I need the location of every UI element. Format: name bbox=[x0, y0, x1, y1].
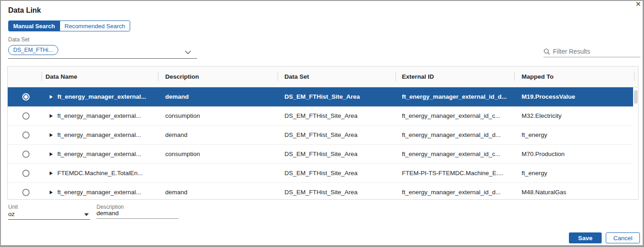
table-row[interactable]: ft_energy_manager_external... consumptio… bbox=[8, 145, 633, 164]
cell-data-set: DS_EM_FTHist_Site_Area bbox=[284, 170, 398, 176]
row-radio-button[interactable] bbox=[22, 170, 30, 177]
description-input[interactable] bbox=[96, 210, 178, 219]
cell-mapped-to: M48.NaturalGas bbox=[522, 189, 631, 196]
column-divider bbox=[514, 72, 515, 81]
unit-value[interactable]: oz bbox=[8, 211, 15, 217]
table-row[interactable]: ft_energy_manager_external... demand DS_… bbox=[8, 183, 633, 199]
column-divider bbox=[41, 72, 42, 81]
column-divider bbox=[158, 72, 158, 81]
filter-results-field[interactable] bbox=[543, 46, 640, 57]
cell-description: demand bbox=[165, 189, 277, 196]
cell-description: demand bbox=[165, 131, 277, 138]
column-header-data-set: Data Set bbox=[284, 73, 309, 80]
expand-arrow-icon[interactable] bbox=[50, 95, 53, 99]
cell-mapped-to: ft_energy bbox=[522, 170, 631, 176]
row-radio-button[interactable] bbox=[22, 112, 30, 120]
data-set-label: Data Set bbox=[8, 36, 30, 43]
cancel-button[interactable]: Cancel bbox=[606, 232, 640, 243]
chevron-down-icon[interactable] bbox=[185, 48, 191, 56]
table-row[interactable]: ft_energy_manager_external... consumptio… bbox=[8, 106, 633, 126]
column-header-mapped-to: Mapped To bbox=[522, 73, 553, 80]
cell-external-id: ft_energy_manager_external_id_d... bbox=[402, 93, 519, 100]
cell-data-name: ft_energy_manager_external... bbox=[57, 151, 157, 157]
table-row[interactable]: ft_energy_manager_external... demand DS_… bbox=[8, 126, 633, 145]
tab-manual-search[interactable]: Manual Search bbox=[9, 21, 60, 31]
column-divider bbox=[396, 72, 396, 81]
unit-underline bbox=[8, 219, 90, 220]
table-header: Data Name Description Data Set External … bbox=[8, 66, 638, 87]
cell-data-set: DS_EM_FTHist_Site_Area bbox=[284, 131, 398, 138]
close-icon[interactable]: ✕ bbox=[635, 0, 641, 8]
tab-recommended-search[interactable]: Recommended Search bbox=[60, 21, 130, 31]
row-radio-button[interactable] bbox=[22, 131, 30, 139]
cell-external-id: FTEM-PI-TS-FTEMDC.Machine_E.... bbox=[402, 170, 519, 176]
cell-external-id: ft_energy_manager_external_id_d... bbox=[402, 131, 519, 138]
data-set-chip[interactable]: DS_EM_FTHi... bbox=[8, 45, 58, 55]
cell-mapped-to: M70.Production bbox=[522, 151, 631, 157]
cell-description: demand bbox=[165, 93, 277, 100]
expand-arrow-icon[interactable] bbox=[50, 133, 53, 137]
cell-description: consumption bbox=[165, 151, 277, 157]
search-icon bbox=[543, 48, 550, 55]
cell-data-name: ft_energy_manager_external... bbox=[57, 93, 157, 100]
expand-arrow-icon[interactable] bbox=[50, 152, 53, 156]
column-divider bbox=[634, 72, 634, 81]
page-title: Data Link bbox=[8, 6, 41, 15]
data-set-underline bbox=[8, 58, 197, 59]
row-radio-button[interactable] bbox=[22, 189, 30, 196]
unit-label: Unit bbox=[8, 204, 18, 210]
caret-down-icon[interactable] bbox=[84, 213, 89, 216]
data-link-dialog: Data Link ✕ Manual Search Recommended Se… bbox=[0, 0, 644, 247]
search-tabs: Manual Search Recommended Search bbox=[8, 20, 130, 31]
table-row[interactable]: FTEMDC.Machine_E.TotalEn... DS_EM_FTHist… bbox=[8, 164, 633, 183]
expand-arrow-icon[interactable] bbox=[50, 171, 53, 175]
cell-data-name: ft_energy_manager_external... bbox=[57, 112, 157, 119]
cell-data-set: DS_EM_FTHist_Site_Area bbox=[284, 151, 398, 157]
cell-data-set: DS_EM_FTHist_Site_Area bbox=[284, 112, 398, 119]
column-divider bbox=[278, 72, 278, 81]
cell-mapped-to: M32.Electricity bbox=[522, 112, 631, 119]
cell-description: consumption bbox=[165, 112, 277, 119]
cell-mapped-to: ft_energy bbox=[522, 131, 631, 138]
save-button[interactable]: Save bbox=[569, 232, 602, 243]
cell-data-name: ft_energy_manager_external... bbox=[57, 131, 157, 138]
cell-external-id: ft_energy_manager_external_id_c... bbox=[402, 151, 519, 157]
column-header-description: Description bbox=[165, 73, 199, 80]
column-header-data-name: Data Name bbox=[46, 73, 77, 80]
filter-results-input[interactable] bbox=[553, 48, 640, 55]
cell-data-set: DS_EM_FTHist_Site_Area bbox=[284, 93, 398, 100]
table-rows: ft_energy_manager_external... demand DS_… bbox=[8, 87, 633, 199]
cell-data-set: DS_EM_FTHist_Site_Area bbox=[284, 189, 398, 196]
cell-mapped-to: M19.ProcessValue bbox=[522, 93, 631, 100]
expand-arrow-icon[interactable] bbox=[50, 114, 53, 118]
table-scrollbar[interactable] bbox=[633, 87, 638, 199]
column-header-external-id: External ID bbox=[402, 73, 434, 80]
scrollbar-thumb[interactable] bbox=[634, 90, 638, 104]
cell-data-name: FTEMDC.Machine_E.TotalEn... bbox=[57, 170, 157, 176]
row-radio-button[interactable] bbox=[22, 93, 30, 101]
table-row[interactable]: ft_energy_manager_external... demand DS_… bbox=[8, 87, 633, 106]
cell-external-id: ft_energy_manager_external_id_d... bbox=[402, 189, 519, 196]
cell-external-id: ft_energy_manager_external_id_c... bbox=[402, 112, 519, 119]
row-radio-button[interactable] bbox=[22, 151, 30, 158]
results-table: Data Name Description Data Set External … bbox=[7, 66, 639, 200]
cell-data-name: ft_energy_manager_external... bbox=[57, 189, 157, 196]
description-label: Description bbox=[96, 204, 124, 210]
expand-arrow-icon[interactable] bbox=[50, 191, 53, 194]
